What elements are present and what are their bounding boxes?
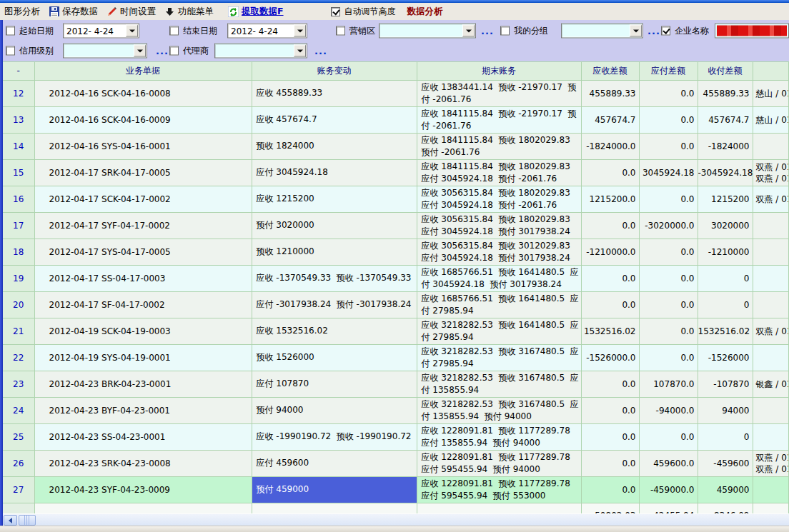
ending-balance-cell[interactable]: 应收 3056315.84 预收 3012029.83 应付 3045924.1… [417, 239, 581, 265]
net-diff-cell[interactable]: 455889.33 [698, 80, 753, 106]
time-settings-button[interactable]: 时间设置 [102, 4, 160, 19]
net-diff-cell[interactable]: 94000 [698, 397, 753, 423]
table-row[interactable]: 132012-04-16 SCK-04-16-0009应收 457674.7应收… [3, 106, 789, 133]
receivable-diff-cell[interactable]: 0.0 [581, 212, 639, 239]
change-cell[interactable]: 预收 1210000 [252, 239, 417, 265]
column-header-7[interactable] [753, 62, 789, 80]
receivable-diff-cell[interactable]: 0.0 [581, 476, 639, 503]
net-diff-cell[interactable]: 3020000 [698, 212, 753, 239]
document-cell[interactable]: 2012-04-17 SF-04-17-0002 [34, 291, 252, 318]
ending-balance-cell[interactable]: 应收 3218282.53 预收 3167480.5 应付 27985.94 [417, 344, 581, 371]
document-cell[interactable]: 2012-04-19 SYS-04-19-0001 [34, 344, 252, 371]
ending-balance-cell[interactable]: 应收 3056315.84 预收 1802029.83 应付 3045924.1… [417, 212, 581, 239]
payable-diff-cell[interactable]: 0.0 [639, 133, 698, 159]
payable-diff-cell[interactable]: 107870.0 [639, 371, 698, 397]
row-number-cell[interactable]: 25 [3, 423, 34, 450]
ending-balance-cell[interactable]: 应收 3218282.53 预收 1641480.5 应付 27985.94 [417, 318, 581, 344]
document-cell[interactable]: 2012-04-17 SS-04-17-0003 [34, 265, 252, 291]
function-menu-button[interactable]: 功能菜单 [160, 4, 218, 19]
table-row[interactable]: 242012-04-23 BYF-04-23-0001预付 94000应收 32… [3, 397, 789, 423]
ending-balance-cell[interactable]: 应收 3056315.84 预收 1802029.83 应付 3045924.1… [417, 186, 581, 212]
auto-height-toggle[interactable]: 自动调节高度 [331, 6, 396, 18]
table-row[interactable]: 212012-04-19 SCK-04-19-0003应收 1532516.02… [3, 318, 789, 344]
receivable-diff-cell[interactable]: 0.0 [581, 265, 639, 291]
row-number-cell[interactable]: 12 [3, 80, 34, 106]
customer-cell[interactable]: 双燕 / 01 双燕 / 01 [753, 450, 789, 476]
my-group-dropdown-icon[interactable] [630, 25, 642, 37]
my-group-more-button[interactable]: ... [647, 26, 660, 36]
payable-diff-cell[interactable]: 0.0 [639, 318, 698, 344]
table-row[interactable]: 152012-04-17 SRK-04-17-0005应付 3045924.18… [3, 159, 789, 186]
end-date-select[interactable]: 2012- 4-24 [227, 24, 307, 39]
credit-level-dropdown-icon[interactable] [134, 45, 146, 57]
document-cell[interactable]: 2012-04-19 SCK-04-19-0003 [34, 318, 252, 344]
ending-balance-cell[interactable]: 应收 3218282.53 预收 3167480.5 应付 135855.94 … [417, 397, 581, 423]
payable-diff-cell[interactable]: 0.0 [639, 80, 698, 106]
net-diff-cell[interactable]: 1532516.02 [698, 318, 753, 344]
receivable-diff-cell[interactable]: 0.0 [581, 450, 639, 476]
customer-cell[interactable]: 银鑫 / 01 [753, 371, 789, 397]
row-number-cell[interactable]: 13 [3, 106, 34, 133]
row-number-cell[interactable]: 22 [3, 344, 34, 371]
credit-level-checkbox[interactable] [6, 46, 15, 56]
net-diff-cell[interactable]: 0 [698, 265, 753, 291]
credit-level-select[interactable] [63, 44, 147, 59]
change-cell[interactable]: 应收 -1370549.33 预收 -1370549.33 [252, 265, 417, 291]
change-cell[interactable]: 预付 94000 [252, 397, 417, 423]
table-row[interactable]: 122012-04-16 SCK-04-16-0008应收 455889.33应… [3, 80, 789, 106]
ending-balance-cell[interactable]: 应收 1841115.84 预收 -21970.17 预付 -2061.76 [417, 106, 581, 133]
table-row[interactable]: 252012-04-23 SS-04-23-0001应收 -1990190.72… [3, 423, 789, 450]
payable-diff-cell[interactable]: -3020000.0 [639, 212, 698, 239]
customer-cell[interactable]: 双燕 / 01 [753, 186, 789, 212]
receivable-diff-cell[interactable]: 0.0 [581, 423, 639, 450]
end-date-checkbox[interactable] [169, 26, 179, 36]
agent-select[interactable] [214, 44, 307, 59]
document-cell[interactable]: 2012-04-16 SYS-04-16-0001 [34, 133, 252, 159]
customer-cell[interactable]: 慈山 / 01 [753, 106, 789, 133]
customer-cell[interactable] [753, 239, 789, 265]
ending-balance-cell[interactable]: 应收 1383441.14 预收 -21970.17 预付 -2061.76 [417, 80, 581, 106]
column-header-5[interactable]: 应付差额 [639, 62, 698, 80]
receivable-diff-cell[interactable]: 455889.33 [581, 80, 639, 106]
receivable-diff-cell[interactable]: 457674.7 [581, 106, 639, 133]
customer-cell[interactable] [753, 212, 789, 239]
receivable-diff-cell[interactable]: -1824000.0 [581, 133, 639, 159]
payable-diff-cell[interactable]: 459600.0 [639, 450, 698, 476]
change-cell[interactable]: 预付 459000 [252, 476, 417, 503]
customer-cell[interactable] [753, 291, 789, 318]
document-cell[interactable]: 2012-04-23 SS-04-23-0001 [34, 423, 252, 450]
row-number-cell[interactable]: 27 [3, 476, 34, 503]
net-diff-cell[interactable]: -1824000 [698, 133, 753, 159]
change-cell[interactable]: 应收 455889.33 [252, 80, 417, 106]
start-date-select[interactable]: 2012- 4-24 [63, 24, 139, 39]
row-number-cell[interactable]: 26 [3, 450, 34, 476]
agent-dropdown-icon[interactable] [294, 45, 306, 57]
table-row[interactable]: 162012-04-17 SCK-04-17-0002应收 1215200应收 … [3, 186, 789, 212]
customer-cell[interactable] [753, 265, 789, 291]
document-cell[interactable]: 2012-04-16 SCK-04-16-0008 [34, 80, 252, 106]
receivable-diff-cell[interactable]: -1526000.0 [581, 344, 639, 371]
row-number-cell[interactable]: 14 [3, 133, 34, 159]
sales-region-checkbox[interactable] [336, 26, 345, 36]
net-diff-cell[interactable]: 0 [698, 291, 753, 318]
customer-cell[interactable]: 双燕 / 01 双燕 / 01 [753, 159, 789, 186]
agent-checkbox[interactable] [169, 46, 179, 56]
receivable-diff-cell[interactable]: 1532516.02 [581, 318, 639, 344]
extract-data-button[interactable]: 提取数据F [224, 4, 288, 19]
ending-balance-cell[interactable]: 应收 1841115.84 预收 1802029.83 预付 -2061.76 [417, 133, 581, 159]
net-diff-cell[interactable]: 459000 [698, 476, 753, 503]
receivable-diff-cell[interactable]: 0.0 [581, 291, 639, 318]
payable-diff-cell[interactable]: 0.0 [639, 106, 698, 133]
ending-balance-cell[interactable]: 应收 1841115.84 预收 1802029.83 应付 3045924.1… [417, 159, 581, 186]
customer-cell[interactable] [753, 344, 789, 371]
column-header-2[interactable]: 账务变动 [252, 62, 417, 80]
row-number-cell[interactable]: 18 [3, 239, 34, 265]
document-cell[interactable]: 2012-04-23 SRK-04-23-0008 [34, 450, 252, 476]
change-cell[interactable]: 预付 3020000 [252, 212, 417, 239]
sales-region-more-button[interactable]: ... [481, 26, 494, 36]
table-row[interactable]: 272012-04-23 SYF-04-23-0009预付 459000应收 1… [3, 476, 789, 503]
agent-more-button[interactable]: ... [314, 46, 327, 56]
auto-height-checkbox[interactable] [331, 7, 340, 16]
document-cell[interactable]: 2012-04-23 BYF-04-23-0001 [34, 397, 252, 423]
payable-diff-cell[interactable]: 0.0 [639, 344, 698, 371]
